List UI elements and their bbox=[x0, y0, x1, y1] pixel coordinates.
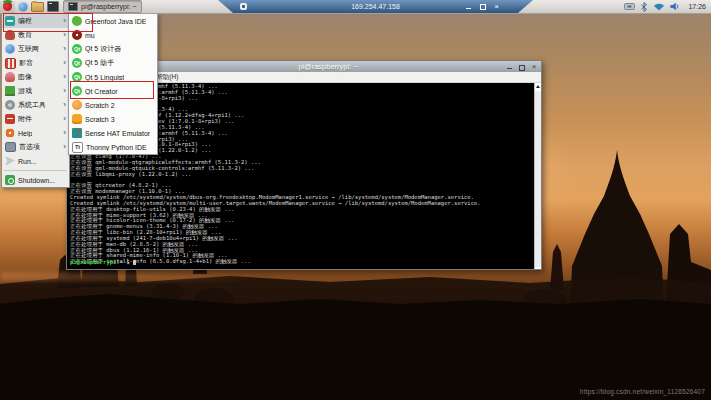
close-icon[interactable]: × bbox=[531, 64, 537, 70]
terminal-cursor bbox=[133, 260, 136, 265]
submenu-item-label: Scratch 2 bbox=[85, 102, 115, 109]
menu-item-icon bbox=[5, 100, 15, 110]
submenu-item-sense-hat[interactable]: Sense HAT Emulator bbox=[69, 126, 157, 140]
bluetooth-icon[interactable] bbox=[640, 2, 648, 12]
submenu-arrow-icon: › bbox=[63, 56, 66, 70]
submenu-item-icon bbox=[72, 30, 82, 40]
submenu-arrow-icon: › bbox=[63, 70, 66, 84]
submenu-item-icon bbox=[72, 114, 82, 124]
submenu-item-label: Qt 5 Linguist bbox=[85, 74, 124, 81]
menu-item-label: 系统工具 bbox=[18, 100, 46, 110]
menu-item-label: 影音 bbox=[19, 58, 33, 68]
raspbian-desktop: https://blog.csdn.net/weixin_1126526407 … bbox=[0, 0, 711, 400]
menu-item-education[interactable]: 教育 › bbox=[2, 28, 69, 42]
menu-item-label: 图像 bbox=[18, 72, 32, 82]
volume-icon[interactable] bbox=[670, 2, 681, 11]
menu-item-help[interactable]: Help › bbox=[2, 126, 69, 140]
submenu-item-greenfoot[interactable]: Greenfoot Java IDE bbox=[69, 14, 157, 28]
taskbar-window-label: pi@raspberrypi: ~ bbox=[81, 3, 137, 10]
menu-item-icon bbox=[5, 58, 16, 69]
submenu-arrow-icon: › bbox=[63, 42, 66, 56]
submenu-item-scratch3[interactable]: Scratch 3 bbox=[69, 112, 157, 126]
submenu-item-label: mu bbox=[85, 32, 95, 39]
submenu-item-scratch2[interactable]: Scratch 2 bbox=[69, 98, 157, 112]
submenu-item-mu[interactable]: mu bbox=[69, 28, 157, 42]
menu-item-label: Help bbox=[18, 130, 32, 137]
submenu-item-icon bbox=[72, 44, 82, 54]
menu-button[interactable] bbox=[0, 1, 15, 13]
wifi-icon[interactable] bbox=[653, 2, 665, 11]
programming-submenu-panel: Greenfoot Java IDE mu Qt 5 设计器 Qt 5 助手 Q… bbox=[68, 13, 158, 155]
menu-item-icon bbox=[5, 44, 15, 54]
submenu-item-icon bbox=[72, 16, 82, 26]
menu-item-preferences[interactable]: 首选项 › bbox=[2, 140, 69, 154]
app-menu-panel: 编程 › 教育 › 互联网 › 影音 › 图像 bbox=[1, 13, 70, 188]
scroll-up-icon[interactable] bbox=[536, 85, 540, 88]
menu-item-games[interactable]: 游戏 › bbox=[2, 84, 69, 98]
system-tray: 17:26 bbox=[624, 2, 711, 12]
submenu-item-qt-creator[interactable]: Qt Creator bbox=[69, 84, 157, 98]
submenu-arrow-icon: › bbox=[63, 126, 66, 140]
minimize-icon[interactable] bbox=[507, 64, 513, 70]
menu-item-label: 游戏 bbox=[18, 86, 32, 96]
submenu-arrow-icon: › bbox=[63, 98, 66, 112]
taskbar-window-button[interactable]: pi@raspberrypi: ~ bbox=[63, 0, 142, 13]
submenu-item-thonny[interactable]: Thonny Python IDE bbox=[69, 140, 157, 154]
close-icon[interactable]: × bbox=[493, 3, 500, 10]
submenu-item-label: Greenfoot Java IDE bbox=[85, 18, 146, 25]
raspberry-icon bbox=[3, 2, 12, 11]
scrollbar-thumb[interactable] bbox=[535, 91, 541, 267]
submenu-item-label: Sense HAT Emulator bbox=[85, 130, 150, 137]
submenu-item-icon bbox=[72, 58, 82, 68]
file-manager-launcher[interactable] bbox=[30, 1, 45, 13]
menu-item-internet[interactable]: 互联网 › bbox=[2, 42, 69, 56]
menu-item-graphics[interactable]: 图像 › bbox=[2, 70, 69, 84]
menu-item-icon bbox=[5, 72, 15, 82]
menu-item-shutdown[interactable]: Shutdown... bbox=[2, 173, 69, 187]
menu-item-label: Shutdown... bbox=[18, 177, 55, 184]
minimize-icon[interactable] bbox=[465, 3, 472, 10]
submenu-item-icon bbox=[72, 142, 83, 153]
submenu-arrow-icon: › bbox=[63, 84, 66, 98]
menu-item-icon bbox=[5, 30, 15, 40]
watermark-url: https://blog.csdn.net/weixin_1126526407 bbox=[580, 388, 705, 395]
terminal-line: 正在处理用于 install-info (6.5.0.dfsg.1-4+b1) … bbox=[70, 259, 533, 265]
submenu-item-icon bbox=[72, 100, 82, 110]
terminal-icon bbox=[47, 1, 59, 12]
terminal-icon bbox=[68, 2, 78, 11]
vnc-window-controls: × bbox=[465, 0, 500, 13]
menu-item-accessories[interactable]: 附件 › bbox=[2, 112, 69, 126]
submenu-item-qt5-linguist[interactable]: Qt 5 Linguist bbox=[69, 70, 157, 84]
menu-item-label: 附件 bbox=[18, 114, 32, 124]
submenu-item-icon bbox=[72, 72, 82, 82]
terminal-scrollbar[interactable] bbox=[534, 83, 541, 269]
menu-item-label: 首选项 bbox=[19, 142, 40, 152]
menu-item-sound-video[interactable]: 影音 › bbox=[2, 56, 69, 70]
menu-item-system-tools[interactable]: 系统工具 › bbox=[2, 98, 69, 112]
submenu-item-label: Thonny Python IDE bbox=[86, 144, 147, 151]
browser-launcher[interactable] bbox=[15, 1, 30, 13]
terminal-window-controls: × bbox=[507, 61, 537, 72]
menu-item-icon bbox=[5, 156, 15, 166]
maximize-icon[interactable] bbox=[519, 64, 525, 70]
menu-item-run[interactable]: Run... bbox=[2, 154, 69, 168]
submenu-item-icon bbox=[72, 128, 82, 138]
submenu-item-qt5-designer[interactable]: Qt 5 设计器 bbox=[69, 42, 157, 56]
sunset-mist bbox=[0, 272, 260, 281]
menu-item-icon bbox=[5, 128, 15, 138]
submenu-arrow-icon: › bbox=[63, 28, 66, 42]
ethernet-icon[interactable] bbox=[624, 2, 635, 11]
terminal-prompt: pi@raspberrypi:~ $ bbox=[70, 260, 136, 266]
menu-item-icon bbox=[5, 114, 15, 124]
menu-item-programming[interactable]: 编程 › bbox=[2, 14, 69, 28]
menu-item-label: 教育 bbox=[18, 30, 32, 40]
clock[interactable]: 17:26 bbox=[688, 3, 706, 10]
submenu-item-qt5-assistant[interactable]: Qt 5 助手 bbox=[69, 56, 157, 70]
folder-icon bbox=[31, 2, 44, 12]
restore-icon[interactable] bbox=[479, 3, 486, 10]
menu-item-icon bbox=[5, 16, 15, 26]
terminal-launcher[interactable] bbox=[45, 1, 60, 13]
menu-item-icon bbox=[5, 142, 16, 152]
menu-item-icon bbox=[5, 175, 15, 185]
terminal-menu-item[interactable]: 帮助(H) bbox=[156, 73, 178, 82]
